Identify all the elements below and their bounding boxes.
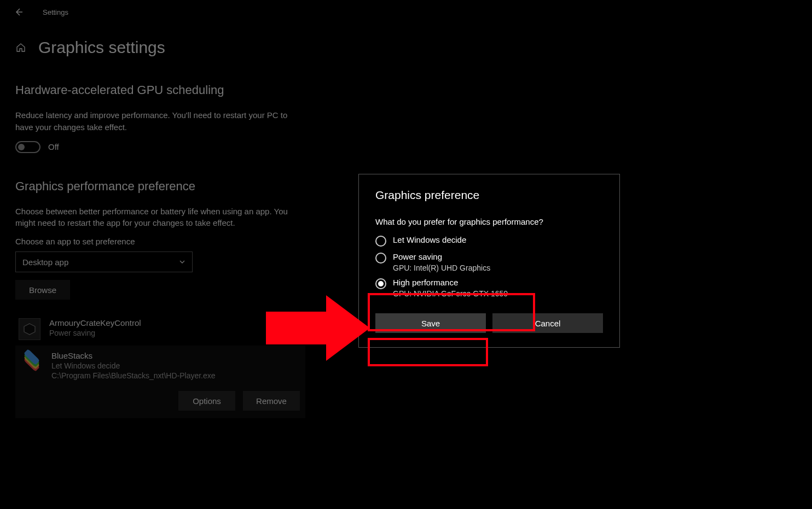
app-item-armoury[interactable]: ArmouryCrateKeyControl Power saving bbox=[15, 314, 324, 346]
content-area: Graphics settings Hardware-accelerated G… bbox=[0, 22, 339, 429]
radio-icon bbox=[375, 253, 386, 264]
radio-label: High performance bbox=[393, 278, 508, 287]
hw-toggle[interactable] bbox=[15, 141, 40, 153]
app-type-select[interactable]: Desktop app bbox=[15, 251, 193, 272]
radio-let-windows-decide[interactable]: Let Windows decide bbox=[375, 235, 603, 247]
dialog-title: Graphics preference bbox=[375, 189, 603, 202]
pref-heading: Graphics performance preference bbox=[15, 179, 324, 194]
browse-button[interactable]: Browse bbox=[15, 280, 70, 300]
svg-marker-0 bbox=[24, 324, 35, 335]
radio-group: Let Windows decide Power saving GPU: Int… bbox=[375, 235, 603, 298]
page-title: Graphics settings bbox=[38, 38, 165, 57]
app-item-bluestacks[interactable]: BlueStacks Let Windows decide C:\Program… bbox=[15, 346, 305, 418]
app-name: BlueStacks bbox=[51, 351, 216, 360]
graphics-preference-dialog: Graphics preference What do you prefer f… bbox=[358, 174, 620, 348]
options-button[interactable]: Options bbox=[178, 391, 235, 411]
app-name: ArmouryCrateKeyControl bbox=[49, 318, 141, 327]
chevron-down-icon bbox=[179, 259, 185, 265]
radio-sub: GPU: Intel(R) UHD Graphics bbox=[393, 264, 490, 272]
save-button[interactable]: Save bbox=[375, 313, 486, 333]
radio-icon bbox=[375, 236, 386, 247]
radio-label: Let Windows decide bbox=[393, 235, 466, 244]
app-preference: Let Windows decide bbox=[51, 361, 216, 370]
topbar-title: Settings bbox=[43, 8, 68, 16]
radio-high-performance[interactable]: High performance GPU: NVIDIA GeForce GTX… bbox=[375, 278, 603, 298]
radio-icon-selected bbox=[375, 278, 386, 289]
cancel-button[interactable]: Cancel bbox=[492, 313, 603, 333]
home-icon[interactable] bbox=[15, 42, 26, 53]
hw-toggle-label: Off bbox=[48, 142, 59, 151]
radio-sub: GPU: NVIDIA GeForce GTX 1650 bbox=[393, 289, 508, 298]
pref-desc: Choose between better performance or bat… bbox=[15, 206, 300, 230]
app-icon bbox=[19, 318, 40, 340]
topbar: Settings bbox=[0, 0, 812, 22]
hw-heading: Hardware-accelerated GPU scheduling bbox=[15, 83, 324, 97]
dialog-question: What do you prefer for graphics performa… bbox=[375, 217, 603, 226]
toggle-knob bbox=[18, 144, 25, 150]
remove-button[interactable]: Remove bbox=[243, 391, 300, 411]
radio-label: Power saving bbox=[393, 252, 490, 261]
choose-app-label: Choose an app to set preference bbox=[15, 237, 324, 246]
select-value: Desktop app bbox=[22, 258, 68, 267]
back-icon[interactable] bbox=[14, 8, 23, 16]
app-preference: Power saving bbox=[49, 329, 141, 337]
radio-power-saving[interactable]: Power saving GPU: Intel(R) UHD Graphics bbox=[375, 252, 603, 272]
bluestacks-icon bbox=[21, 351, 43, 373]
app-path: C:\Program Files\BlueStacks_nxt\HD-Playe… bbox=[51, 371, 216, 380]
hw-desc: Reduce latency and improve performance. … bbox=[15, 109, 300, 133]
